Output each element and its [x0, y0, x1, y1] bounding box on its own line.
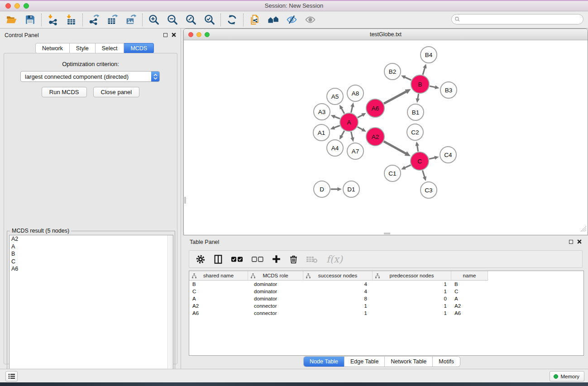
table-row[interactable]: Adominator80A	[189, 295, 583, 302]
tab-motifs[interactable]: Motifs	[432, 357, 459, 367]
criterion-dropdown[interactable]: largest connected component (directed)	[20, 71, 160, 82]
table-row[interactable]: Cdominator41C	[189, 288, 583, 295]
tab-mcds[interactable]: MCDS	[124, 43, 154, 53]
import-table-icon[interactable]	[65, 14, 77, 26]
table-row[interactable]: A6connector11A6	[189, 310, 583, 317]
column-header-shared-name[interactable]: shared name	[189, 271, 248, 281]
node-label-D: D	[320, 186, 324, 193]
close-panel-button[interactable]: Close panel	[93, 87, 140, 97]
result-list-item[interactable]: A6	[10, 265, 173, 273]
toolbar-separator	[142, 14, 143, 26]
edge-A-A4[interactable]	[341, 131, 344, 136]
desktop-wallpaper-strip	[0, 382, 588, 386]
node-table: shared nameMCDS rolesuccessor nodesprede…	[189, 271, 584, 356]
tab-network-table[interactable]: Network Table	[384, 357, 432, 367]
zoom-fit-icon[interactable]	[185, 14, 197, 26]
task-history-button[interactable]	[5, 371, 18, 381]
column-header-MCDS-role[interactable]: MCDS role	[248, 271, 303, 281]
delete-column-icon[interactable]	[289, 254, 298, 265]
select-all-icon[interactable]	[231, 254, 244, 265]
deselect-all-icon[interactable]	[251, 254, 264, 265]
tab-node-table[interactable]: Node Table	[304, 357, 344, 367]
result-list-scrollbar[interactable]	[167, 235, 173, 383]
tab-edge-table[interactable]: Edge Table	[344, 357, 384, 367]
table-cell: 1	[303, 302, 373, 310]
close-panel-icon[interactable]	[172, 33, 176, 37]
function-builder-icon[interactable]: f(x)	[325, 254, 343, 265]
node-label-A4: A4	[331, 145, 339, 152]
result-list-item[interactable]: A2	[10, 235, 173, 243]
refresh-layout-icon[interactable]	[226, 14, 238, 26]
edge-A-A2[interactable]	[358, 127, 363, 129]
mcds-result-title: MCDS result (5 nodes)	[10, 228, 71, 234]
network-overview-icon[interactable]	[267, 14, 279, 26]
edge-A-A6[interactable]	[358, 115, 363, 118]
tab-select[interactable]: Select	[96, 43, 124, 53]
table-cell: A	[189, 295, 248, 302]
result-list-item[interactable]: C	[10, 258, 173, 266]
edge-B-B3[interactable]	[430, 86, 435, 87]
zoom-selected-icon[interactable]	[203, 14, 215, 26]
edge-C-C4[interactable]	[429, 157, 435, 159]
hide-graphics-details-icon[interactable]	[286, 14, 298, 26]
edge-B-B2[interactable]	[405, 77, 411, 80]
node-label-C1: C1	[388, 170, 396, 177]
add-column-icon[interactable]	[272, 254, 281, 265]
window-titlebar: Session: New Session	[0, 0, 588, 11]
edge-A-A3[interactable]	[335, 117, 340, 119]
run-mcds-button[interactable]: Run MCDS	[42, 87, 87, 97]
mcds-result-group: MCDS result (5 nodes) A2ABCA6	[7, 231, 175, 386]
settings-gear-icon[interactable]	[196, 254, 206, 265]
edge-A2-C[interactable]	[384, 141, 406, 153]
edge-A-A8[interactable]	[351, 106, 353, 113]
open-session-icon[interactable]	[5, 14, 18, 26]
edge-C-C1[interactable]	[405, 165, 411, 168]
search-input[interactable]	[451, 14, 583, 24]
column-header-name[interactable]: name	[451, 271, 488, 281]
table-row[interactable]: A2connector11A2	[189, 302, 583, 310]
window-resize-grip[interactable]	[581, 226, 587, 234]
delete-table-icon[interactable]	[306, 254, 318, 265]
memory-button[interactable]: Memory	[550, 371, 584, 381]
list-icon	[8, 373, 15, 379]
network-window-titlebar[interactable]: testGlobe.txt	[184, 29, 588, 40]
control-panel-header: Control Panel	[0, 29, 181, 42]
show-graphics-details-icon[interactable]	[304, 14, 316, 26]
float-table-panel-icon[interactable]	[569, 240, 573, 244]
edge-A-A7[interactable]	[351, 132, 353, 138]
close-table-panel-icon[interactable]	[577, 239, 582, 244]
network-canvas[interactable]: AA1A2A3A4A5A6A7A8BB1B2B3B4CC1C2C3C4DD1	[184, 40, 588, 235]
export-image-icon[interactable]	[125, 14, 137, 26]
zoom-in-icon[interactable]	[148, 14, 160, 26]
result-list-item[interactable]: A	[10, 243, 173, 251]
tab-network[interactable]: Network	[35, 43, 70, 53]
bottom-splitter-grip[interactable]	[384, 233, 390, 234]
left-splitter-grip[interactable]	[184, 197, 186, 204]
table-cell: connector	[248, 302, 303, 310]
tab-style[interactable]: Style	[70, 43, 96, 53]
edge-C-C3[interactable]	[422, 171, 425, 177]
table-row[interactable]: Bdominator41B	[189, 281, 583, 288]
export-table-icon[interactable]	[106, 14, 119, 26]
float-panel-icon[interactable]	[163, 33, 167, 37]
column-header-successor-nodes[interactable]: successor nodes	[303, 271, 373, 281]
result-list-item[interactable]: B	[10, 250, 173, 258]
edge-B-B1[interactable]	[418, 94, 419, 99]
edge-arrow-icon	[416, 142, 420, 146]
zoom-out-icon[interactable]	[166, 14, 178, 26]
new-network-icon[interactable]	[249, 14, 261, 26]
edge-A6-B[interactable]	[384, 91, 406, 104]
mcds-result-list[interactable]: A2ABCA6	[9, 235, 173, 383]
edge-B-B4[interactable]	[423, 67, 425, 75]
import-network-icon[interactable]	[47, 14, 59, 26]
column-header-predecessor-nodes[interactable]: predecessor nodes	[373, 271, 451, 281]
edge-C-C2[interactable]	[417, 145, 418, 152]
edge-A-A5[interactable]	[341, 108, 344, 114]
node-label-B2: B2	[389, 68, 397, 75]
table-tabs: Node TableEdge TableNetwork TableMotifs	[304, 357, 460, 367]
export-network-icon[interactable]	[88, 14, 100, 26]
toggle-panel-icon[interactable]	[213, 254, 223, 265]
memory-label: Memory	[560, 374, 579, 379]
edge-A-A1[interactable]	[334, 126, 340, 128]
save-session-icon[interactable]	[24, 14, 36, 26]
